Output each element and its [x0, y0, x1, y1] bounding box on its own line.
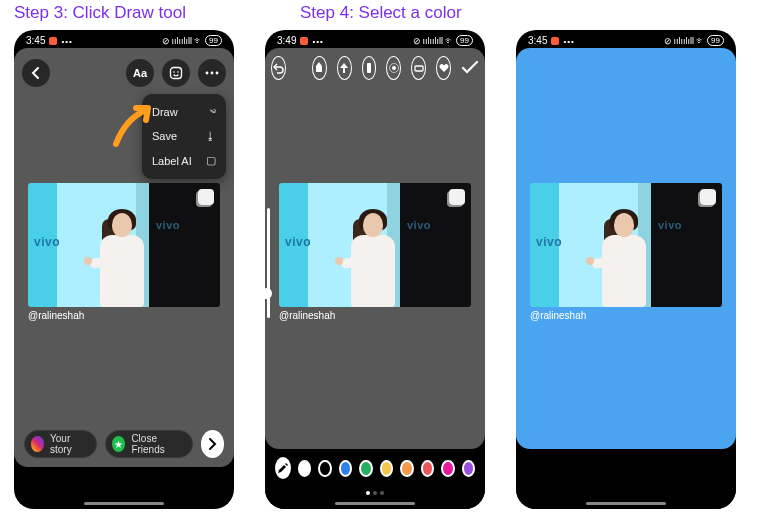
chevron-right-icon	[206, 438, 218, 450]
brand-text: vivo	[34, 235, 60, 249]
status-bar: 3:45 ⊘ ıılıılıll ᯤ 99	[14, 30, 234, 48]
story-canvas[interactable]: vivo vivo @ralineshah	[265, 48, 485, 449]
your-story-button[interactable]: Your story	[24, 430, 97, 458]
record-indicator-icon	[300, 37, 308, 45]
menu-item-save[interactable]: Save ⭳	[142, 124, 226, 148]
status-time: 3:49	[277, 35, 296, 46]
pill-label: Your story	[50, 433, 86, 455]
brush-pen-button[interactable]	[312, 56, 327, 80]
battery-indicator: 99	[456, 35, 473, 46]
color-swatch-black[interactable]	[318, 460, 331, 477]
svg-rect-0	[171, 68, 182, 79]
color-swatch-white[interactable]	[298, 460, 311, 477]
do-not-disturb-icon: ⊘	[664, 36, 672, 46]
neon-icon	[388, 62, 400, 74]
status-more-icon	[312, 35, 323, 46]
close-friends-button[interactable]: ★ Close Friends	[105, 430, 192, 458]
send-button[interactable]	[201, 430, 224, 458]
wifi-icon: ᯤ	[194, 36, 203, 46]
draw-bottom-bar	[265, 449, 485, 509]
carousel-icon	[449, 189, 465, 205]
color-swatch-yellow[interactable]	[380, 460, 393, 477]
phone-step4b: 3:45 ⊘ ıılıılıll ᯤ 99 vivo vivo @ralines…	[516, 30, 736, 509]
svg-point-2	[177, 71, 179, 73]
status-bar: 3:49 ⊘ ıılıılıll ᯤ 99	[265, 30, 485, 48]
signal-icon: ıılıılıll	[172, 36, 193, 46]
photo-credit[interactable]: @ralineshah	[279, 310, 335, 321]
brush-size-handle[interactable]	[265, 288, 272, 299]
step3-caption: Step 3: Click Draw tool	[14, 3, 186, 23]
brush-neon-button[interactable]	[386, 56, 401, 80]
done-button[interactable]	[461, 61, 479, 75]
signal-icon: ıılıılıll	[674, 36, 695, 46]
story-media[interactable]: vivo vivo	[28, 183, 220, 307]
color-swatch-pink[interactable]	[441, 460, 454, 477]
sticker-button[interactable]	[162, 59, 190, 87]
brand-text: vivo	[407, 219, 431, 231]
brush-arrow-button[interactable]	[337, 56, 352, 80]
signal-icon: ıılıılıll	[423, 36, 444, 46]
menu-item-label-ai[interactable]: Label AI ▢	[142, 148, 226, 173]
story-media[interactable]: vivo vivo	[530, 183, 722, 307]
wifi-icon: ᯤ	[696, 36, 705, 46]
text-tool-button[interactable]: Aa	[126, 59, 154, 87]
eyedropper-button[interactable]	[275, 457, 291, 479]
battery-indicator: 99	[205, 35, 222, 46]
svg-point-7	[392, 66, 396, 70]
story-canvas[interactable]: Aa Draw ༄ Save ⭳ Label AI ▢	[14, 48, 234, 467]
step4-caption: Step 4: Select a color	[300, 3, 462, 23]
photo-credit[interactable]: @ralineshah	[28, 310, 84, 321]
pill-label: Close Friends	[131, 433, 181, 455]
brush-marker-button[interactable]	[362, 56, 377, 80]
undo-button[interactable]	[271, 56, 286, 80]
brush-eraser-button[interactable]	[411, 56, 426, 80]
eraser-icon	[413, 62, 425, 74]
close-friends-icon: ★	[112, 436, 125, 452]
color-swatch-purple[interactable]	[462, 460, 475, 477]
brush-heart-button[interactable]	[436, 56, 451, 80]
brand-text: vivo	[285, 235, 311, 249]
menu-item-label: Label AI	[152, 155, 192, 167]
svg-point-3	[206, 72, 209, 75]
battery-indicator: 99	[707, 35, 724, 46]
color-swatch-green[interactable]	[359, 460, 372, 477]
photo-credit[interactable]: @ralineshah	[530, 310, 586, 321]
palette-pager	[366, 491, 384, 495]
record-indicator-icon	[49, 37, 57, 45]
chevron-left-icon	[30, 67, 42, 79]
status-time: 3:45	[528, 35, 547, 46]
home-indicator	[84, 502, 164, 505]
brush-size-slider[interactable]	[267, 208, 270, 318]
do-not-disturb-icon: ⊘	[162, 36, 170, 46]
color-swatch-red[interactable]	[421, 460, 434, 477]
back-button[interactable]	[22, 59, 50, 87]
story-canvas-filled[interactable]: vivo vivo @ralineshah	[516, 48, 736, 449]
check-icon	[461, 61, 479, 75]
phone-step4a: 3:49 ⊘ ıılıılıll ᯤ 99	[265, 30, 485, 509]
brand-text: vivo	[156, 219, 180, 231]
svg-rect-6	[367, 63, 371, 73]
photo-content: vivo vivo	[28, 183, 220, 307]
menu-item-draw[interactable]: Draw ༄	[142, 100, 226, 124]
carousel-icon	[198, 189, 214, 205]
brand-text: vivo	[658, 219, 682, 231]
arrow-up-icon	[339, 62, 349, 74]
status-more-icon	[563, 35, 574, 46]
story-media[interactable]: vivo vivo	[279, 183, 471, 307]
download-icon: ⭳	[205, 130, 216, 142]
more-options-button[interactable]	[198, 59, 226, 87]
pen-icon	[314, 62, 324, 74]
color-swatch-blue[interactable]	[339, 460, 352, 477]
home-indicator	[335, 502, 415, 505]
svg-point-1	[173, 71, 175, 73]
more-options-menu: Draw ༄ Save ⭳ Label AI ▢	[142, 94, 226, 179]
menu-item-label: Save	[152, 130, 177, 142]
brand-text: vivo	[536, 235, 562, 249]
annotation-arrow-icon	[112, 104, 152, 148]
home-indicator	[586, 502, 666, 505]
menu-item-label: Draw	[152, 106, 178, 118]
scribble-icon: ༄	[210, 106, 216, 118]
color-swatch-orange[interactable]	[400, 460, 413, 477]
photo-content: vivo vivo	[530, 183, 722, 307]
svg-point-5	[216, 72, 219, 75]
